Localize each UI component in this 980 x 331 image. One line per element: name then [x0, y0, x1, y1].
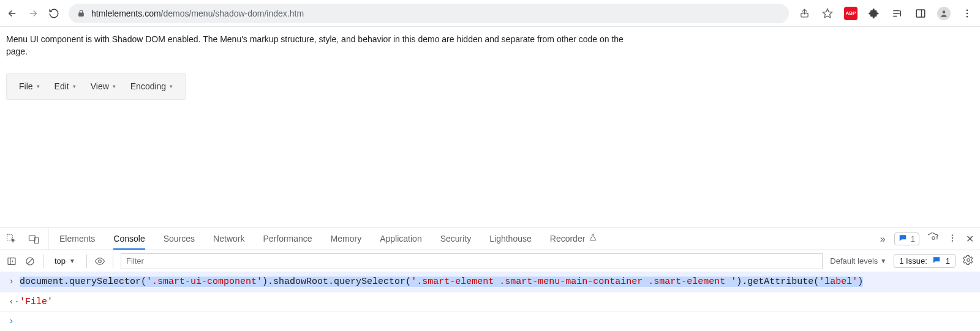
svg-point-14: [952, 240, 953, 242]
menu-item-label: View: [91, 81, 109, 91]
devtools-settings-icon[interactable]: [928, 232, 939, 245]
chevron-down-icon: ▾: [73, 83, 76, 89]
menu-bar: File ▾ Edit ▾ View ▾ Encoding ▾: [6, 73, 186, 100]
menu-item-edit[interactable]: Edit ▾: [47, 73, 83, 99]
chevron-down-icon: ▾: [170, 83, 173, 89]
browser-toolbar: htmlelements.com/demos/menu/shadow-dom/i…: [0, 0, 980, 27]
tab-performance[interactable]: Performance: [263, 228, 312, 250]
svg-point-7: [967, 15, 968, 17]
devtools-more-icon[interactable]: [948, 233, 957, 245]
execution-context-select[interactable]: top ▼: [51, 255, 79, 267]
tab-application[interactable]: Application: [380, 228, 422, 250]
issues-count: 1: [946, 256, 950, 266]
console-body: › document.querySelector('.smart-ui-comp…: [0, 272, 980, 331]
panel-layout-icon[interactable]: [914, 7, 927, 20]
lock-icon: [77, 9, 85, 17]
input-prompt-icon: ›: [9, 275, 20, 289]
chevron-down-icon: ▼: [69, 258, 75, 264]
tab-memory[interactable]: Memory: [331, 228, 362, 250]
bookmark-star-icon[interactable]: [821, 7, 834, 20]
live-expression-icon[interactable]: [94, 256, 105, 267]
tab-lighthouse[interactable]: Lighthouse: [489, 228, 532, 250]
url-text: htmlelements.com/demos/menu/shadow-dom/i…: [91, 9, 304, 18]
devtools-tabs: Elements Console Sources Network Perform…: [0, 228, 980, 250]
svg-point-19: [99, 260, 102, 263]
more-tabs-chevron[interactable]: »: [880, 234, 886, 245]
tab-sources[interactable]: Sources: [164, 228, 195, 250]
console-result-row: ‹· 'File': [0, 292, 980, 312]
tab-elements[interactable]: Elements: [59, 228, 95, 250]
svg-point-5: [967, 9, 968, 11]
issues-badge[interactable]: 1 Issue: 1: [894, 254, 956, 268]
reload-button[interactable]: [48, 7, 60, 20]
console-settings-icon[interactable]: [963, 255, 974, 267]
svg-point-11: [932, 237, 935, 240]
share-icon[interactable]: [797, 7, 811, 20]
svg-point-12: [952, 234, 953, 236]
address-bar[interactable]: htmlelements.com/demos/menu/shadow-dom/i…: [69, 4, 789, 23]
console-input-row[interactable]: › document.querySelector('.smart-ui-comp…: [0, 272, 980, 292]
level-label: Default levels: [830, 256, 878, 266]
tab-network[interactable]: Network: [213, 228, 244, 250]
svg-rect-9: [29, 236, 36, 240]
forward-button[interactable]: [27, 7, 39, 20]
menu-item-label: File: [19, 81, 33, 91]
browser-menu-icon[interactable]: [960, 7, 974, 20]
profile-avatar[interactable]: [937, 7, 951, 20]
page-content: Menu UI component is with Shadow DOM ena…: [0, 27, 980, 100]
clear-console-icon[interactable]: [24, 256, 36, 267]
message-icon: [932, 256, 941, 266]
back-button[interactable]: [6, 7, 18, 20]
svg-point-13: [952, 237, 953, 239]
tab-console[interactable]: Console: [113, 228, 145, 250]
page-description: Menu UI component is with Shadow DOM ena…: [6, 33, 633, 58]
sidebar-toggle-icon[interactable]: [6, 256, 17, 267]
abp-extension-icon[interactable]: ABP: [844, 7, 858, 20]
input-prompt-icon: ›: [9, 314, 20, 329]
devtools-panel: Elements Console Sources Network Perform…: [0, 228, 980, 331]
console-input-text: document.querySelector('.smart-ui-compon…: [20, 275, 974, 289]
menu-item-label: Encoding: [130, 81, 166, 91]
console-empty-prompt[interactable]: ›: [0, 312, 980, 331]
devtools-close-icon[interactable]: ✕: [966, 233, 974, 245]
result-prompt-icon: ‹·: [9, 295, 20, 309]
svg-rect-15: [8, 258, 15, 264]
svg-point-20: [967, 259, 970, 262]
extensions-icon[interactable]: [867, 7, 881, 20]
filter-input[interactable]: [121, 253, 823, 269]
menu-item-label: Edit: [55, 81, 69, 91]
message-icon: [899, 234, 907, 244]
reading-list-icon[interactable]: [891, 7, 904, 20]
chevron-down-icon: ▼: [880, 258, 886, 264]
device-toolbar-icon[interactable]: [28, 234, 39, 245]
inspect-element-icon[interactable]: [6, 234, 17, 245]
experimental-flask-icon: [589, 233, 597, 244]
messages-count: 1: [911, 234, 915, 244]
menu-item-encoding[interactable]: Encoding ▾: [123, 73, 180, 99]
svg-line-18: [28, 259, 32, 264]
issues-label: 1 Issue:: [899, 256, 927, 266]
context-label: top: [55, 256, 66, 266]
menu-item-file[interactable]: File ▾: [12, 73, 47, 99]
svg-marker-1: [823, 9, 832, 17]
messages-badge[interactable]: 1: [894, 232, 919, 245]
chevron-down-icon: ▾: [37, 83, 40, 89]
chevron-down-icon: ▾: [113, 83, 116, 89]
tab-security[interactable]: Security: [440, 228, 472, 250]
tab-recorder[interactable]: Recorder: [550, 228, 598, 250]
svg-rect-2: [916, 10, 925, 17]
svg-point-4: [943, 10, 946, 13]
svg-point-6: [967, 12, 968, 14]
console-toolbar: top ▼ Default levels ▼ 1 Issue: 1: [0, 250, 980, 272]
log-level-select[interactable]: Default levels ▼: [830, 256, 886, 266]
menu-item-view[interactable]: View ▾: [83, 73, 123, 99]
console-result-text: 'File': [20, 295, 974, 309]
